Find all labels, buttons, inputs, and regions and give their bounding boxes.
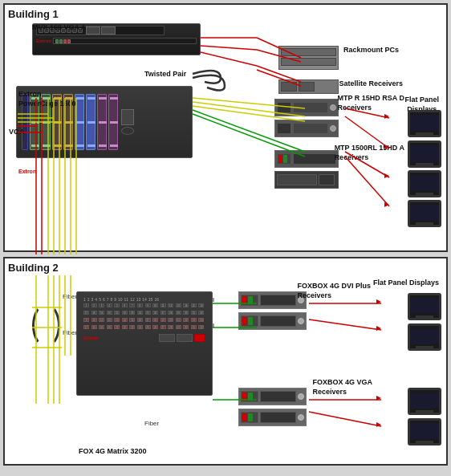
foxbox-vga-unit-2 xyxy=(238,409,307,426)
building2-diagram: Fiber Fiber Fiber 1234567891011121314151… xyxy=(8,275,443,458)
tv-b1-2 xyxy=(408,140,441,168)
mtp-1500-label: MTP 1500RL 15HD A Receivers xyxy=(335,144,404,162)
building2-connections xyxy=(8,275,443,458)
svg-line-45 xyxy=(309,412,381,426)
rackmount-pcs-label: Rackmount PCs xyxy=(343,46,399,55)
fox-matrix-label: FOX 4G Matrix 3200 xyxy=(79,447,147,457)
twisted-pair-label: Twisted Pair xyxy=(144,70,186,79)
tv-b2-2 xyxy=(408,323,441,351)
svg-marker-48 xyxy=(376,396,381,401)
svg-marker-49 xyxy=(376,422,381,427)
svg-line-43 xyxy=(309,319,381,330)
tv-b1-1 xyxy=(408,110,441,137)
svg-marker-46 xyxy=(376,299,381,304)
fiber-label-3: Fiber xyxy=(144,420,159,427)
tv-b2-3 xyxy=(408,388,441,415)
foxbox-vga-unit-1 xyxy=(238,388,307,405)
svg-marker-32 xyxy=(384,202,389,207)
fiber-loop xyxy=(32,303,60,348)
building2-section: Building 2 Fiber Fiber Fiber 12345678910… xyxy=(3,257,448,466)
svg-marker-47 xyxy=(376,326,381,331)
svg-marker-29 xyxy=(384,114,389,119)
rackmount-pcs-unit xyxy=(278,46,339,70)
extron-logo-powercage: Extron xyxy=(18,169,36,174)
svg-line-2 xyxy=(201,52,257,66)
tv-b2-4 xyxy=(408,418,441,445)
vga-label: VGA xyxy=(9,128,25,137)
building2-title: Building 2 xyxy=(8,262,443,274)
foxbox-vga-label: FOXBOX 4G VGA Receivers xyxy=(312,378,372,397)
svg-line-1 xyxy=(201,46,257,50)
satellite-receivers-label: Satellite Receivers xyxy=(339,79,403,89)
mvx-label: MVX 168 VGA A xyxy=(32,23,86,33)
powercage-label: Extron PowerCage 1600 xyxy=(18,90,76,108)
main-container: Building 1 xyxy=(0,0,451,476)
mtp-r-label: MTP R 15HD RSA D Receivers xyxy=(337,94,404,112)
foxbox-dvi-label: FOXBOX 4G DVI Plus Receivers xyxy=(297,282,371,300)
flat-panel-label-b2: Flat Panel Displays xyxy=(373,279,439,288)
satellite-receivers-unit xyxy=(278,79,339,94)
svg-line-15 xyxy=(345,157,389,206)
mtp-1500-unit-top xyxy=(274,150,339,168)
mtp-1500-unit-bottom xyxy=(274,171,339,189)
mtp-r-unit-bottom xyxy=(274,120,339,137)
fox-matrix-unit: 12345678910111213141516 1 2 3 4 5 6 7 8 … xyxy=(76,291,213,396)
mtp-r-unit-top xyxy=(274,99,339,116)
building1-diagram: Extron MVX 168 VGA A xyxy=(8,22,443,245)
foxbox-dvi-unit-1 xyxy=(238,291,307,309)
tv-b1-4 xyxy=(408,200,441,227)
building1-title: Building 1 xyxy=(8,8,443,20)
tv-b1-3 xyxy=(408,170,441,197)
fiber-label-2: Fiber xyxy=(63,329,77,336)
svg-marker-31 xyxy=(384,173,389,178)
building1-section: Building 1 xyxy=(3,3,448,252)
tv-b2-1 xyxy=(408,293,441,320)
foxbox-dvi-unit-2 xyxy=(238,312,307,330)
fiber-label-1: Fiber xyxy=(63,293,77,300)
